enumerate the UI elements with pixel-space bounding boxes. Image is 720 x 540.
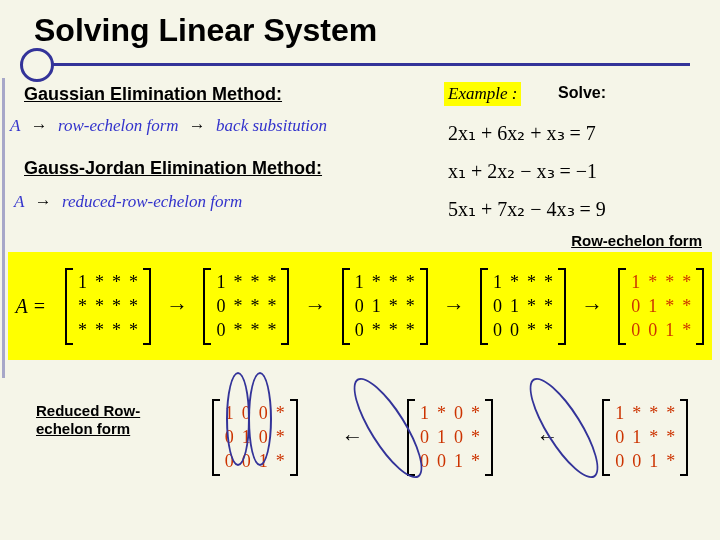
page-title: Solving Linear System [0, 0, 720, 49]
solve-label: Solve: [558, 84, 606, 102]
gauss-jordan-flow: A → reduced-row-echelon form [14, 192, 242, 212]
matrix-3: 1***01**0*** [342, 268, 428, 345]
gaussian-header: Gaussian Elimination Method: [24, 84, 282, 105]
matrix-reduced-1: 100*010*001* [212, 399, 298, 476]
arrow-icon: → [31, 116, 48, 135]
flow1-step1: row-echelon form [58, 116, 179, 135]
left-border [2, 78, 5, 378]
flow2-step1: reduced-row-echelon form [62, 192, 243, 211]
matrix-A-prefix: A = [16, 295, 46, 318]
reduced-sequence: 100*010*001* ← 1*0*010*001* ← 1***01**00… [190, 372, 710, 502]
arrow-icon: → [35, 192, 52, 211]
row-echelon-sequence: A = 1*********** → 1***0***0*** → 1***01… [8, 252, 712, 360]
example-tag: Example : [444, 82, 521, 106]
flow1-A: A [10, 116, 20, 135]
gaussian-flow: A → row-echelon form → back subsitution [10, 116, 327, 136]
arrow-icon: → [443, 293, 465, 319]
matrix-1: 1*********** [65, 268, 151, 345]
equation-1: 2x₁ + 6x₂ + x₃ = 7 [448, 114, 606, 152]
arrow-left-icon: ← [537, 424, 559, 450]
matrix-2: 1***0***0*** [203, 268, 289, 345]
bullet-icon [20, 48, 54, 82]
title-underline [50, 63, 690, 66]
equation-3: 5x₁ + 7x₂ − 4x₃ = 9 [448, 190, 606, 228]
gauss-jordan-header: Gauss-Jordan Elimination Method: [24, 158, 322, 179]
equation-2: x₁ + 2x₂ − x₃ = −1 [448, 152, 606, 190]
arrow-icon: → [305, 293, 327, 319]
arrow-icon: → [581, 293, 603, 319]
reduced-row-echelon-label: Reduced Row-echelon form [36, 402, 156, 438]
matrix-reduced-2: 1*0*010*001* [407, 399, 493, 476]
arrow-icon: → [166, 293, 188, 319]
matrix-5: 1***01**001* [618, 268, 704, 345]
matrix-4: 1***01**00** [480, 268, 566, 345]
arrow-icon: → [189, 116, 206, 135]
flow1-step2: back subsitution [216, 116, 327, 135]
arrow-left-icon: ← [341, 424, 363, 450]
equation-system: 2x₁ + 6x₂ + x₃ = 7 x₁ + 2x₂ − x₃ = −1 5x… [448, 114, 606, 228]
flow2-A: A [14, 192, 24, 211]
matrix-reduced-3: 1***01**001* [602, 399, 688, 476]
row-echelon-label: Row-echelon form [571, 232, 702, 249]
